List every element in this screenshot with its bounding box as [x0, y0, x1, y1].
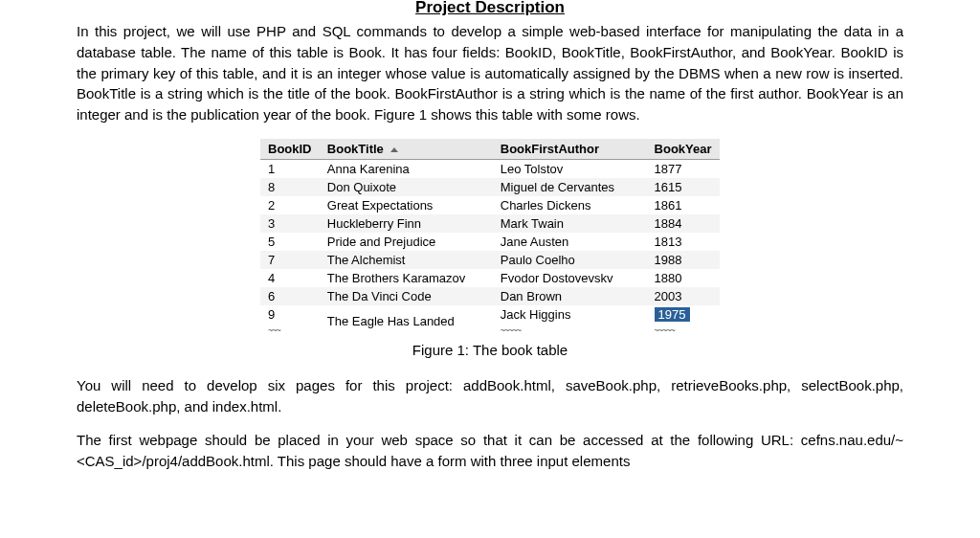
cell-author: Paulo Coelho [493, 251, 647, 269]
cell-title: Anna Karenina [320, 159, 493, 178]
paragraph-pages: You will need to develop six pages for t… [77, 375, 903, 417]
cell-author: Miguel de Cervantes [493, 178, 647, 196]
table-row[interactable]: 9~~~ The Eagle Has Landed Jack Higgins~~… [260, 305, 720, 338]
cell-title: Don Quixote [320, 178, 493, 196]
cell-year: 1861 [647, 196, 720, 214]
cell-id: 8 [260, 178, 320, 196]
header-booktitle[interactable]: BookTitle [320, 139, 493, 160]
cell-id: 1 [260, 159, 320, 178]
spellcheck-marker-icon: ~~~~~ [655, 325, 675, 335]
cell-year: 1877 [647, 159, 720, 178]
spellcheck-marker-icon: ~~~ [268, 325, 280, 335]
table-row[interactable]: 1 Anna Karenina Leo Tolstov 1877 [260, 159, 720, 178]
paragraph-intro: In this project, we will use PHP and SQL… [77, 21, 903, 125]
cell-year: 1884 [647, 214, 720, 233]
cell-title: Pride and Prejudice [320, 233, 493, 251]
cell-id: 2 [260, 196, 320, 214]
table-row[interactable]: 6 The Da Vinci Code Dan Brown 2003 [260, 287, 720, 305]
cell-title: The Alchemist [320, 251, 493, 269]
cell-author: Charles Dickens [493, 196, 647, 214]
cell-title: The Eagle Has Landed [320, 305, 493, 338]
table-header-row: BookID BookTitle BookFirstAuthor BookYea… [260, 139, 720, 160]
cell-author: Jack Higgins~~~~~ [493, 305, 647, 338]
sort-asc-icon[interactable] [390, 147, 398, 152]
cell-title: Huckleberry Finn [320, 214, 493, 233]
paragraph-url: The first webpage should be placed in yo… [77, 430, 903, 472]
cell-year: 1615 [647, 178, 720, 196]
cell-id: 7 [260, 251, 320, 269]
cell-year: 1880 [647, 269, 720, 287]
cell-id: 9~~~ [260, 305, 320, 338]
table-row[interactable]: 8 Don Quixote Miguel de Cervantes 1615 [260, 178, 720, 196]
book-table-container: BookID BookTitle BookFirstAuthor BookYea… [77, 139, 903, 338]
cell-id: 5 [260, 233, 320, 251]
cell-author: Dan Brown [493, 287, 647, 305]
cell-id: 3 [260, 214, 320, 233]
table-row[interactable]: 5 Pride and Prejudice Jane Austen 1813 [260, 233, 720, 251]
table-row[interactable]: 2 Great Expectations Charles Dickens 186… [260, 196, 720, 214]
cell-author: Jane Austen [493, 233, 647, 251]
cell-id: 6 [260, 287, 320, 305]
figure-caption: Figure 1: The book table [77, 342, 903, 358]
book-table: BookID BookTitle BookFirstAuthor BookYea… [260, 139, 720, 338]
selected-year-cell[interactable]: 1975 [655, 307, 690, 322]
header-bookyear[interactable]: BookYear [647, 139, 720, 160]
header-bookauthor[interactable]: BookFirstAuthor [493, 139, 647, 160]
spellcheck-marker-icon: ~~~~~ [501, 325, 521, 335]
cell-title: Great Expectations [320, 196, 493, 214]
cell-id: 4 [260, 269, 320, 287]
cell-title: The Brothers Karamazov [320, 269, 493, 287]
cell-author: Fvodor Dostovevskv [493, 269, 647, 287]
table-row[interactable]: 7 The Alchemist Paulo Coelho 1988 [260, 251, 720, 269]
section-title: Project Description [77, 0, 903, 17]
header-booktitle-label: BookTitle [327, 142, 384, 156]
cell-author: Mark Twain [493, 214, 647, 233]
cell-title: The Da Vinci Code [320, 287, 493, 305]
cell-year: 1813 [647, 233, 720, 251]
cell-year: 1975~~~~~ [647, 305, 720, 338]
cell-year: 1988 [647, 251, 720, 269]
cell-year: 2003 [647, 287, 720, 305]
table-row[interactable]: 4 The Brothers Karamazov Fvodor Dostovev… [260, 269, 720, 287]
header-bookid[interactable]: BookID [260, 139, 320, 160]
cell-author: Leo Tolstov [493, 159, 647, 178]
table-row[interactable]: 3 Huckleberry Finn Mark Twain 1884 [260, 214, 720, 233]
